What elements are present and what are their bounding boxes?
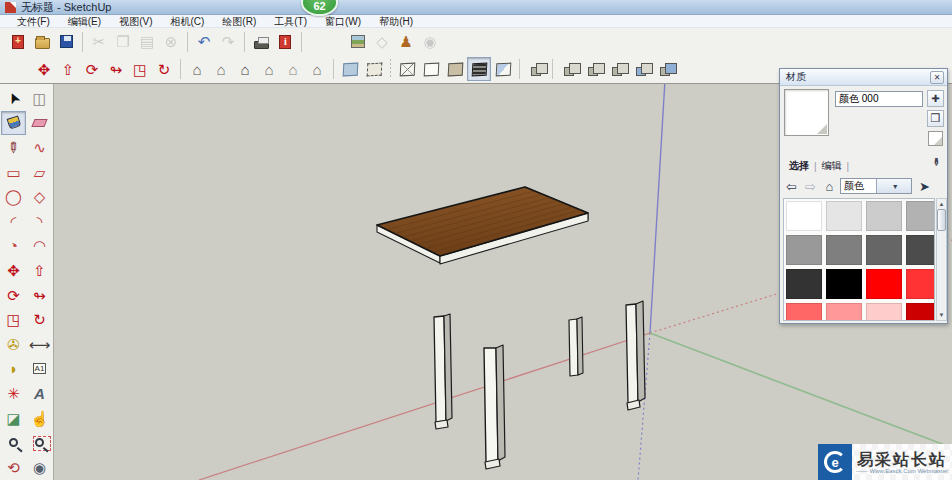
sample-paint-swatch[interactable] bbox=[928, 131, 943, 146]
style-back-edges-button[interactable] bbox=[362, 57, 386, 81]
menu-帮助[interactable]: 帮助(H) bbox=[370, 15, 422, 28]
axes-button[interactable]: ✳ bbox=[1, 381, 26, 406]
color-swatch-8[interactable] bbox=[786, 269, 822, 299]
close-icon[interactable]: ✕ bbox=[930, 71, 944, 84]
tab-select[interactable]: 选择 bbox=[784, 159, 814, 173]
view-front-button[interactable]: ⌂ bbox=[233, 57, 257, 81]
new-button[interactable] bbox=[6, 30, 30, 54]
style-shaded-textures-button[interactable] bbox=[467, 57, 491, 81]
view-left-button[interactable]: ⌂ bbox=[305, 57, 329, 81]
color-swatch-12[interactable] bbox=[786, 303, 822, 321]
rotate-button[interactable]: ⟳ bbox=[1, 283, 26, 308]
material-name-input[interactable] bbox=[835, 91, 923, 107]
color-swatch-13[interactable] bbox=[826, 303, 862, 321]
two-point-arc-button[interactable]: ◝ bbox=[27, 209, 52, 234]
line-button[interactable]: ✏ bbox=[1, 135, 26, 160]
orbit-button[interactable]: ⟲ bbox=[1, 455, 26, 480]
dropdown-arrow-icon[interactable]: ▼ bbox=[876, 179, 912, 193]
follow-me-button[interactable]: ↬ bbox=[104, 57, 128, 81]
scroll-up-icon[interactable]: ▲ bbox=[939, 199, 945, 209]
color-swatch-15[interactable] bbox=[906, 303, 935, 321]
copy-button[interactable]: ❐ bbox=[111, 30, 135, 54]
make-component-button[interactable]: ◫ bbox=[27, 86, 52, 111]
title-bar[interactable]: 无标题 - SketchUp bbox=[0, 0, 952, 15]
in-model-button[interactable]: ➤ bbox=[916, 178, 933, 195]
style-hidden-line-button[interactable] bbox=[419, 57, 443, 81]
solid-outer-shell-button[interactable] bbox=[524, 57, 548, 81]
select-button[interactable]: ➤ bbox=[1, 86, 26, 111]
print-button[interactable] bbox=[249, 30, 273, 54]
create-material-button[interactable]: 🞦 bbox=[927, 90, 944, 107]
color-swatch-0[interactable] bbox=[786, 201, 822, 231]
model-info-button[interactable] bbox=[273, 30, 297, 54]
eyedropper-icon[interactable]: ✒ bbox=[928, 154, 944, 170]
color-swatch-9[interactable] bbox=[826, 269, 862, 299]
style-monochrome-button[interactable] bbox=[491, 57, 515, 81]
menu-窗口[interactable]: 窗口(W) bbox=[316, 15, 370, 28]
color-swatch-3[interactable] bbox=[906, 201, 935, 231]
zoom-extents-button[interactable]: ◉ bbox=[27, 455, 52, 480]
menu-绘图[interactable]: 绘图(R) bbox=[213, 15, 265, 28]
move-button[interactable]: ✥ bbox=[1, 258, 26, 283]
protractor-button[interactable]: ◗ bbox=[1, 357, 26, 382]
curve-button[interactable]: ◠ bbox=[27, 234, 52, 259]
rotate-button[interactable]: ⟳ bbox=[80, 57, 104, 81]
color-swatch-7[interactable] bbox=[906, 235, 935, 265]
rectangle-button[interactable]: ▭ bbox=[1, 160, 26, 185]
color-swatch-5[interactable] bbox=[826, 235, 862, 265]
solid-trim-button[interactable] bbox=[629, 57, 653, 81]
materials-panel-titlebar[interactable]: 材质 ✕ bbox=[780, 69, 947, 86]
offset-button[interactable]: ↻ bbox=[152, 57, 176, 81]
photo-textures-button[interactable]: ♟ bbox=[394, 30, 418, 54]
google-earth-button[interactable]: ◉ bbox=[418, 30, 442, 54]
swatch-scrollbar[interactable]: ▲ ▼ bbox=[936, 198, 947, 321]
tape-measure-button[interactable]: ✇ bbox=[1, 332, 26, 357]
scrollbar-thumb[interactable] bbox=[937, 209, 946, 231]
offset-button[interactable]: ↻ bbox=[27, 307, 52, 332]
follow-me-button[interactable]: ↬ bbox=[27, 283, 52, 308]
menu-文件[interactable]: 文件(F) bbox=[8, 15, 59, 28]
erase-button[interactable]: ⊗ bbox=[159, 30, 183, 54]
circle-button[interactable]: ◯ bbox=[1, 184, 26, 209]
color-swatch-1[interactable] bbox=[826, 201, 862, 231]
push-pull-button[interactable]: ⇧ bbox=[27, 258, 52, 283]
color-swatch-2[interactable] bbox=[866, 201, 902, 231]
set-default-paint-button[interactable]: ❒ bbox=[927, 110, 944, 127]
text-button[interactable]: A1 bbox=[27, 357, 52, 382]
eraser-button[interactable] bbox=[27, 111, 52, 136]
scale-button[interactable]: ◳ bbox=[1, 307, 26, 332]
view-iso-button[interactable]: ⌂ bbox=[185, 57, 209, 81]
zoom-button[interactable] bbox=[1, 430, 26, 455]
color-swatch-4[interactable] bbox=[786, 235, 822, 265]
paint-bucket-button[interactable] bbox=[1, 111, 26, 136]
arc-button[interactable]: ◜ bbox=[1, 209, 26, 234]
dimension-button[interactable]: ⟷ bbox=[27, 332, 52, 357]
zoom-window-button[interactable] bbox=[27, 430, 52, 455]
3d-text-button[interactable]: A bbox=[27, 381, 52, 406]
color-swatch-14[interactable] bbox=[866, 303, 902, 321]
push-pull-button[interactable]: ⇧ bbox=[56, 57, 80, 81]
toggle-terrain-button[interactable]: ◇ bbox=[370, 30, 394, 54]
freehand-button[interactable]: ∿ bbox=[27, 135, 52, 160]
solid-split-button[interactable] bbox=[653, 57, 677, 81]
paste-button[interactable]: ▤ bbox=[135, 30, 159, 54]
menu-工具[interactable]: 工具(T) bbox=[265, 15, 316, 28]
redo-button[interactable]: ↷ bbox=[216, 30, 240, 54]
collection-dropdown[interactable]: 颜色 ▼ bbox=[840, 178, 912, 194]
style-shaded-button[interactable] bbox=[443, 57, 467, 81]
forward-button[interactable]: ⇨ bbox=[802, 178, 819, 195]
color-swatch-6[interactable] bbox=[866, 235, 902, 265]
view-top-button[interactable]: ⌂ bbox=[209, 57, 233, 81]
add-location-button[interactable] bbox=[346, 30, 370, 54]
color-swatch-11[interactable] bbox=[906, 269, 935, 299]
solid-subtract-button[interactable] bbox=[605, 57, 629, 81]
section-plane-button[interactable]: ◪ bbox=[1, 406, 26, 431]
solid-union-button[interactable] bbox=[581, 57, 605, 81]
tab-edit[interactable]: 编辑 bbox=[817, 159, 847, 173]
menu-相机[interactable]: 相机(C) bbox=[161, 15, 213, 28]
move-button[interactable]: ✥ bbox=[32, 57, 56, 81]
color-swatch-10[interactable] bbox=[866, 269, 902, 299]
cut-button[interactable]: ✂ bbox=[87, 30, 111, 54]
view-back-button[interactable]: ⌂ bbox=[281, 57, 305, 81]
menu-视图[interactable]: 视图(V) bbox=[110, 15, 161, 28]
